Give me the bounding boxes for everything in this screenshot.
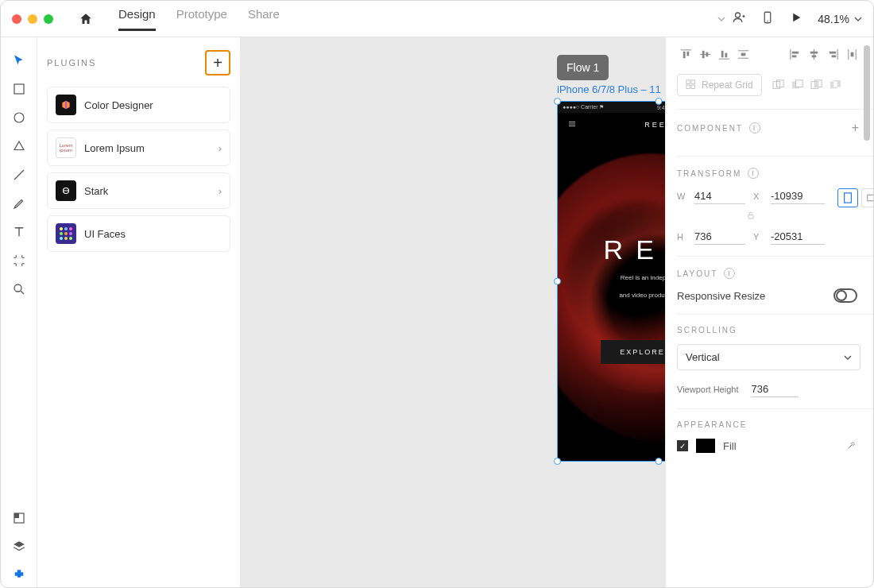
minimize-icon[interactable]: [28, 14, 37, 24]
viewport-height-input[interactable]: [751, 381, 799, 397]
h-label: H: [677, 232, 686, 242]
plugin-item-ui-faces[interactable]: UI Faces: [47, 215, 230, 252]
plugins-panel: PLUGINS + Color Designer Lorem ipsum Lor…: [37, 37, 241, 587]
transform-fields: W X H Y: [677, 188, 825, 245]
plugin-label: UI Faces: [84, 228, 126, 240]
top-right-controls: 48.1%: [732, 10, 862, 28]
svg-rect-24: [686, 80, 690, 83]
tab-share[interactable]: Share: [248, 7, 280, 31]
statusbar-carrier: ●●●●○ Carrier ⚑: [563, 104, 604, 110]
transform-heading: TRANSFORM: [677, 169, 741, 178]
maximize-icon[interactable]: [44, 14, 53, 24]
info-icon[interactable]: i: [749, 122, 760, 133]
home-button[interactable]: [74, 7, 98, 31]
play-icon[interactable]: [789, 10, 803, 28]
responsive-label: Responsive Resize: [677, 290, 765, 302]
svg-rect-34: [814, 82, 818, 87]
info-icon[interactable]: i: [748, 168, 759, 179]
w-label: W: [677, 191, 686, 201]
repeat-grid-button[interactable]: Repeat Grid: [677, 74, 762, 96]
svg-rect-39: [845, 193, 852, 203]
plugin-item-lorem-ipsum[interactable]: Lorem ipsum Lorem Ipsum ›: [47, 130, 230, 166]
bool-union-icon[interactable]: [770, 78, 787, 92]
bool-exclude-icon[interactable]: [827, 78, 845, 92]
topbar: Design Prototype Share 48.1%: [1, 1, 873, 37]
tool-rail: [1, 37, 37, 587]
bool-subtract-icon[interactable]: [789, 78, 806, 92]
chevron-right-icon: ›: [218, 142, 222, 154]
invite-icon[interactable]: [732, 10, 746, 28]
selection-handle[interactable]: [656, 458, 663, 465]
selection-handle[interactable]: [656, 98, 663, 105]
zoom-tool[interactable]: [7, 277, 31, 301]
align-hcenter-icon[interactable]: [805, 45, 822, 63]
layers-panel-icon[interactable]: [7, 535, 31, 559]
align-right-icon[interactable]: [824, 45, 841, 63]
chevron-down-icon[interactable]: [854, 15, 862, 23]
add-component-button[interactable]: +: [852, 121, 860, 135]
portrait-button[interactable]: [837, 188, 858, 207]
svg-rect-25: [691, 80, 694, 83]
align-vcenter-icon[interactable]: [696, 45, 714, 63]
landscape-button[interactable]: [861, 188, 873, 207]
ellipse-tool[interactable]: [7, 106, 31, 130]
align-bottom-icon[interactable]: [715, 45, 733, 63]
tab-design[interactable]: Design: [118, 7, 156, 31]
chevron-right-icon: ›: [218, 185, 222, 197]
svg-rect-27: [691, 85, 694, 88]
eyedropper-icon[interactable]: [846, 439, 857, 453]
svg-rect-10: [683, 51, 685, 57]
plugin-item-stark[interactable]: Stark ›: [47, 172, 230, 209]
svg-rect-13: [706, 52, 708, 56]
distribute-h-icon[interactable]: [843, 45, 860, 63]
select-tool[interactable]: [7, 48, 31, 72]
close-icon[interactable]: [12, 14, 21, 24]
selection-handle[interactable]: [554, 278, 561, 285]
polygon-tool[interactable]: [7, 134, 31, 158]
flow-label[interactable]: Flow 1: [557, 55, 609, 80]
chevron-down-icon: [844, 354, 852, 362]
plugin-item-color-designer[interactable]: Color Designer: [47, 87, 230, 123]
tab-prototype[interactable]: Prototype: [176, 7, 227, 31]
line-tool[interactable]: [7, 163, 31, 187]
svg-rect-16: [741, 52, 745, 56]
width-input[interactable]: [694, 188, 745, 204]
artboard-tool[interactable]: [7, 249, 31, 273]
svg-rect-18: [791, 55, 796, 57]
svg-rect-3: [14, 84, 24, 94]
fill-checkbox[interactable]: ✓: [677, 440, 688, 451]
window-controls[interactable]: [12, 14, 53, 24]
svg-rect-38: [748, 215, 753, 219]
stark-icon: [56, 180, 76, 201]
align-top-icon[interactable]: [677, 45, 694, 63]
plugins-panel-icon[interactable]: [7, 563, 31, 587]
y-input[interactable]: [771, 229, 825, 245]
fill-swatch[interactable]: [696, 439, 715, 453]
responsive-toggle[interactable]: [833, 288, 857, 303]
art-body: REEL Reel is an independent film and vid…: [558, 137, 665, 461]
add-plugin-button[interactable]: +: [205, 50, 230, 75]
pen-tool[interactable]: [7, 191, 31, 215]
text-tool[interactable]: [7, 220, 31, 244]
x-input[interactable]: [771, 188, 825, 204]
artboard-label[interactable]: iPhone 6/7/8 Plus – 11: [557, 83, 661, 95]
rectangle-tool[interactable]: [7, 77, 31, 101]
svg-rect-17: [791, 51, 798, 53]
scrolling-heading: SCROLLING: [677, 326, 737, 335]
chevron-down-icon[interactable]: [717, 15, 725, 23]
distribute-v-icon[interactable]: [734, 45, 752, 63]
selection-handle[interactable]: [554, 458, 561, 465]
scrolling-select[interactable]: Vertical: [677, 344, 860, 370]
bool-intersect-icon[interactable]: [808, 78, 826, 92]
lock-aspect-icon[interactable]: [746, 211, 756, 222]
info-icon[interactable]: i: [724, 268, 735, 279]
svg-rect-26: [686, 85, 690, 88]
assets-panel-icon[interactable]: [7, 506, 31, 530]
device-preview-icon[interactable]: [760, 10, 775, 28]
selection-handle[interactable]: [554, 98, 561, 105]
height-input[interactable]: [694, 229, 745, 245]
canvas[interactable]: Flow 1 iPhone 6/7/8 Plus – 11 ●●●●○ Carr…: [241, 37, 665, 587]
artboard[interactable]: ●●●●○ Carrier ⚑ 9:41 AM ⚡ 42% ▮ REEL REE…: [557, 101, 665, 462]
zoom-control[interactable]: 48.1%: [818, 13, 862, 25]
align-left-icon[interactable]: [786, 45, 803, 63]
